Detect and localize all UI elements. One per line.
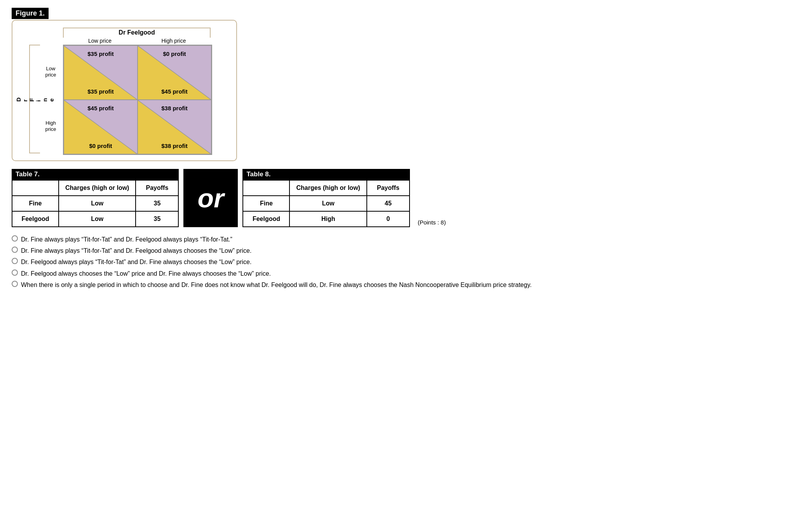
table7-row0-col2: 35 [136,196,178,211]
table8-row1-col1: High [289,211,366,227]
figure-1: Figure 1. Dr Feelgood Low price High pri… [12,8,237,161]
table7-row0-col1: Low [59,196,136,211]
option-row-0: Dr. Fine always plays “Tit-for-Tat” and … [12,234,783,245]
table8-header-charges: Charges (high or low) [289,180,366,196]
cell-0-0: $35 profit $35 profit [64,45,138,100]
cell-1-1-lower: $38 profit [138,143,211,149]
table7-row1-col0: Feelgood [12,211,59,227]
tables-section: Table 7. Charges (high or low) Payoffs F… [12,169,783,227]
table8-row1-col2: 0 [367,211,410,227]
matrix-col-headers: Low price High price [63,38,228,44]
table8-row0-col1: Low [289,196,366,211]
matrix-body: DrFine Low price High price [20,45,228,155]
option-row-3: Dr. Feelgood always chooses the “Low” pr… [12,268,783,279]
figure-box: Dr Feelgood Low price High price DrFine … [12,20,237,161]
option-text-3: Dr. Feelgood always chooses the “Low” pr… [21,268,271,279]
options-section: Dr. Fine always plays “Tit-for-Tat” and … [12,234,783,290]
table8-title: Table 8. [242,169,410,180]
table7-title: Table 7. [12,169,179,180]
or-text: or [197,183,224,213]
table7-block: Table 7. Charges (high or low) Payoffs F… [12,169,179,227]
dr-fine-vertical-label: DrFine [29,45,40,153]
table8-row-0: Fine Low 45 [243,196,409,211]
option-text-2: Dr. Feelgood always plays “Tit-for-Tat” … [21,257,251,267]
table8-header-payoffs: Payoffs [367,180,410,196]
table8-block: Table 8. Charges (high or low) Payoffs F… [242,169,410,227]
figure-title: Figure 1. [12,8,49,19]
table7-row1-col2: 35 [136,211,178,227]
table7-row-0: Fine Low 35 [12,196,178,211]
table7-row1-col1: Low [59,211,136,227]
cell-1-1: $38 profit $38 profit [138,100,211,154]
dr-feelgood-header: Dr Feelgood [63,28,211,38]
cell-0-1: $0 profit $45 profit [138,45,211,100]
option-row-2: Dr. Feelgood always plays “Tit-for-Tat” … [12,257,783,267]
radio-0[interactable] [12,235,18,242]
cell-0-1-lower: $45 profit [138,88,211,95]
dr-fine-text: DrFine [15,97,55,102]
table7-header-charges: Charges (high or low) [59,180,136,196]
cell-1-0-lower: $0 profit [64,143,137,149]
option-text-4: When there is only a single period in wh… [21,280,532,290]
option-text-0: Dr. Fine always plays “Tit-for-Tat” and … [21,234,232,245]
col-low-label: Low price [63,38,137,44]
table8-row1-col0: Feelgood [243,211,289,227]
table7-row-1: Feelgood Low 35 [12,211,178,227]
cell-0-0-lower: $35 profit [64,88,137,95]
table8: Charges (high or low) Payoffs Fine Low 4… [242,180,410,227]
table7-header-col0 [12,180,59,196]
table8-row0-col0: Fine [243,196,289,211]
radio-4[interactable] [12,281,18,287]
cell-1-0-upper: $45 profit [64,105,137,111]
radio-2[interactable] [12,258,18,264]
table7: Charges (high or low) Payoffs Fine Low 3… [12,180,179,227]
row-low-label: Low price [40,66,61,78]
cell-0-0-upper: $35 profit [64,50,137,57]
table7-header-payoffs: Payoffs [136,180,178,196]
option-row-1: Dr. Fine always plays “Tit-for-Tat” and … [12,245,783,256]
table8-row-1: Feelgood High 0 [243,211,409,227]
table8-header-col0 [243,180,289,196]
matrix-cells: $35 profit $35 profit $0 profit $45 prof… [63,45,212,155]
points-label: (Points : 8) [418,219,446,226]
cell-0-1-upper: $0 profit [138,50,211,57]
cell-1-1-upper: $38 profit [138,105,211,111]
row-labels: DrFine Low price High price [20,45,61,153]
radio-1[interactable] [12,247,18,253]
option-text-1: Dr. Fine always plays “Tit-for-Tat” and … [21,245,251,256]
table7-row0-col0: Fine [12,196,59,211]
or-divider: or [183,169,238,227]
row-high-label: High price [40,120,61,132]
radio-3[interactable] [12,269,18,276]
table8-row0-col2: 45 [367,196,410,211]
col-high-label: High price [137,38,211,44]
option-row-4: When there is only a single period in wh… [12,280,783,290]
cell-1-0: $45 profit $0 profit [64,100,138,154]
